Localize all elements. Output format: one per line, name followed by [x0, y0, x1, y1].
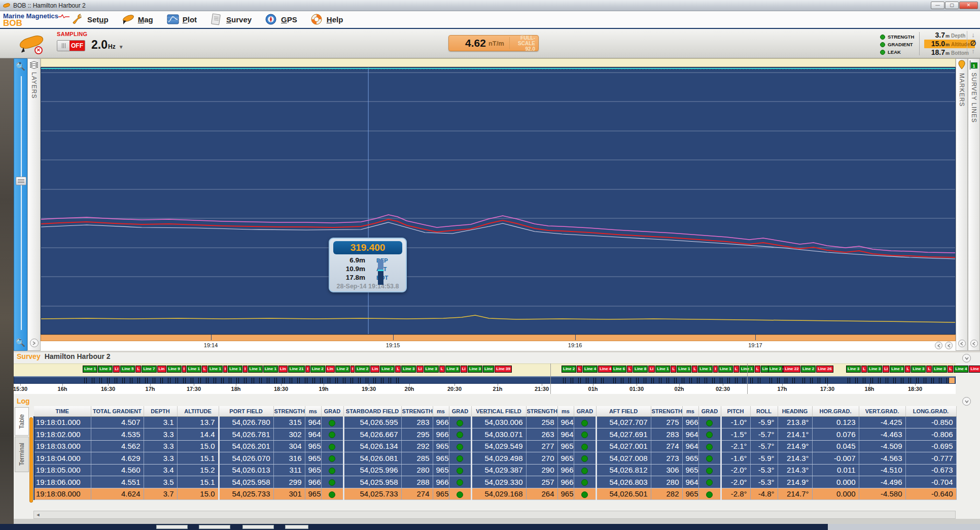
survey-line-chip[interactable]: Lin: [157, 366, 166, 373]
survey-line-chip[interactable]: Line 3: [890, 366, 904, 373]
survey-line-chip[interactable]: Line 1: [187, 366, 201, 373]
survey-line-chip[interactable]: I: [223, 366, 227, 373]
survey-line-chip[interactable]: Line 3: [867, 366, 882, 373]
survey-line-chip[interactable]: L: [627, 366, 633, 373]
survey-line-chip[interactable]: L: [671, 366, 676, 373]
column-header[interactable]: DEPTH: [144, 406, 177, 416]
menu-item-help[interactable]: Help: [310, 13, 343, 26]
survey-line-chip[interactable]: I: [305, 366, 309, 373]
survey-line-chip[interactable]: Line 2: [310, 366, 325, 373]
survey-line-chip[interactable]: Line 2: [355, 366, 370, 373]
survey-line-chip[interactable]: Line 39: [495, 366, 512, 373]
column-header[interactable]: STRENGTH: [651, 406, 682, 416]
scroll-left-button[interactable]: [935, 342, 942, 349]
survey-line-chip[interactable]: Li: [648, 366, 655, 373]
menu-item-plot[interactable]: Plot: [166, 13, 197, 26]
survey-line-chip[interactable]: L: [577, 366, 582, 373]
column-header[interactable]: ms: [433, 406, 449, 416]
column-header[interactable]: HEADING: [778, 406, 812, 416]
plot-zoom-slider[interactable]: 🔍+ 🔍−: [14, 58, 27, 351]
table-row[interactable]: 19:18:02.0004.5353.314.454,026.781302964…: [34, 428, 956, 441]
survey-line-chip[interactable]: Line 21: [288, 366, 305, 373]
survey-line-chip[interactable]: L: [439, 366, 445, 373]
survey-line-chip[interactable]: Line 3: [98, 366, 113, 373]
survey-line-chip[interactable]: Line 1: [655, 366, 670, 373]
survey-line-chip[interactable]: Line 1: [718, 366, 733, 373]
survey-line-chip[interactable]: L: [202, 366, 207, 373]
log-horizontal-scrollbar[interactable]: ◄: [33, 511, 956, 519]
survey-line-chip[interactable]: Li: [113, 366, 120, 373]
column-header[interactable]: GRAD: [449, 406, 471, 416]
survey-line-chip[interactable]: L: [755, 366, 760, 373]
survey-line-chip[interactable]: Lin: [326, 366, 335, 373]
column-header[interactable]: VERT.GRAD.: [859, 406, 905, 416]
log-vertical-scrollbar[interactable]: [29, 417, 33, 503]
survey-line-chip[interactable]: Line 4: [598, 366, 613, 373]
column-header[interactable]: VERTICAL FIELD: [471, 406, 526, 416]
survey-line-chip[interactable]: L: [926, 366, 932, 373]
collapse-survey-button[interactable]: [962, 354, 971, 362]
survey-line-chip[interactable]: I: [243, 366, 247, 373]
plot-canvas[interactable]: [41, 67, 956, 335]
expand-survey-lines-button[interactable]: [970, 340, 978, 347]
survey-line-chip[interactable]: Line 2: [380, 366, 395, 373]
survey-line-chip[interactable]: Line 2: [768, 366, 783, 373]
survey-line-chip[interactable]: Line 40: [969, 366, 980, 373]
menu-item-survey[interactable]: Survey: [210, 13, 252, 26]
column-header[interactable]: ms: [305, 406, 321, 416]
survey-line-chip[interactable]: Line 1: [248, 366, 263, 373]
survey-line-chip[interactable]: Line: [483, 366, 494, 373]
survey-line-chip[interactable]: Line 3: [401, 366, 416, 373]
survey-line-chip[interactable]: Li: [416, 366, 423, 373]
tab-markers[interactable]: MARKERS: [956, 58, 968, 351]
survey-line-chip[interactable]: Line 3: [846, 366, 861, 373]
survey-line-chip[interactable]: I: [713, 366, 717, 373]
arrow-down-icon[interactable]: ↓: [967, 31, 979, 39]
survey-line-chip[interactable]: Line 6: [612, 366, 626, 373]
survey-line-chip[interactable]: Line 1: [698, 366, 713, 373]
column-header[interactable]: ms: [682, 406, 698, 416]
survey-line-chip[interactable]: I: [351, 366, 355, 373]
strip-chart-plot[interactable]: 19:1419:1519:1619:17: [41, 58, 956, 351]
plot-scroll-strip[interactable]: [41, 335, 956, 341]
column-header[interactable]: AFT FIELD: [596, 406, 651, 416]
survey-line-chip[interactable]: Line 9: [167, 366, 182, 373]
survey-line-chip[interactable]: Lin: [278, 366, 288, 373]
table-row[interactable]: 19:18:04.0004.6293.315.154,026.070316965…: [34, 452, 956, 465]
null-icon[interactable]: ∅: [967, 39, 979, 47]
survey-line-chip[interactable]: Line 3: [468, 366, 482, 373]
survey-line-chip[interactable]: Line 1: [677, 366, 691, 373]
table-row[interactable]: 19:18:01.0004.5073.113.754,026.780315964…: [34, 416, 956, 428]
column-header[interactable]: STARBOARD FIELD: [343, 406, 401, 416]
minimize-button[interactable]: —: [931, 2, 944, 9]
survey-line-chip[interactable]: L: [395, 366, 401, 373]
survey-line-chip[interactable]: Line 8: [633, 366, 648, 373]
maximize-button[interactable]: ▢: [945, 2, 959, 9]
column-header[interactable]: GRAD: [698, 406, 721, 416]
table-row[interactable]: 19:18:06.0004.5513.515.154,025.958299966…: [34, 476, 956, 488]
survey-line-chip[interactable]: I: [182, 366, 186, 373]
survey-line-chip[interactable]: Line 26: [816, 366, 833, 373]
taskbar-item[interactable]: [285, 525, 308, 529]
column-header[interactable]: ms: [557, 406, 574, 416]
tab-layers[interactable]: LAYERS: [27, 58, 41, 351]
log-data-table[interactable]: TIMETOTAL GRADIENTDEPTHALTITUDEPORT FIEL…: [33, 406, 957, 500]
survey-line-chip[interactable]: Line 1: [83, 366, 97, 373]
scroll-left-arrow-icon[interactable]: ◄: [34, 512, 42, 517]
column-header[interactable]: ALTITUDE: [177, 406, 219, 416]
table-row[interactable]: 19:18:05.0004.5603.415.254,026.013311965…: [34, 464, 956, 476]
survey-line-chip[interactable]: Line 4: [954, 366, 968, 373]
column-header[interactable]: PORT FIELD: [219, 406, 273, 416]
survey-line-chip[interactable]: Line 7: [142, 366, 156, 373]
survey-line-chip[interactable]: L: [135, 366, 141, 373]
zoom-in-icon[interactable]: 🔍+: [16, 62, 26, 72]
menu-item-setup[interactable]: Setup: [71, 13, 109, 26]
survey-line-chip[interactable]: L: [861, 366, 867, 373]
sample-rate-dropdown[interactable]: 2.0 Hz ▼: [91, 38, 124, 52]
survey-line-chip[interactable]: Line 2: [801, 366, 816, 373]
menu-item-mag[interactable]: Mag: [122, 13, 153, 26]
survey-line-chip[interactable]: L: [905, 366, 911, 373]
table-row[interactable]: 19:18:03.0004.5623.315.054,026.201304965…: [34, 440, 956, 452]
survey-line-chip[interactable]: Line 1: [208, 366, 223, 373]
column-header[interactable]: STRENGTH: [526, 406, 557, 416]
